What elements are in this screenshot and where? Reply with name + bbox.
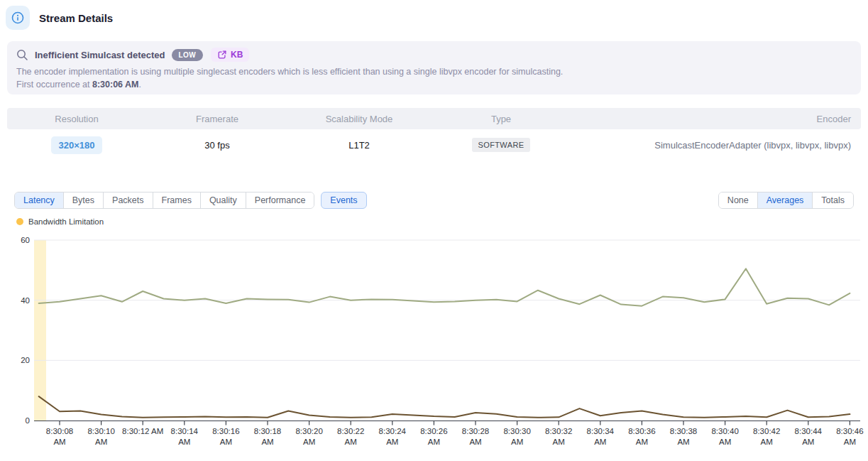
x-tick-label: AM [220, 438, 232, 446]
x-tick-label: 8:30:18 [254, 427, 281, 435]
x-tick-label: 8:30:34 [587, 427, 615, 435]
y-tick-label-60: 60 [21, 236, 30, 244]
issue-title: Inefficient Simulcast detected [35, 50, 165, 60]
encoder-value: SimulcastEncoderAdapter (libvpx, libvpx,… [654, 140, 851, 151]
encoder-type-badge: SOFTWARE [472, 138, 529, 152]
stream-info-icon-box [6, 6, 30, 30]
tab-performance[interactable]: Performance [246, 192, 314, 208]
col-header-encoder: Encoder [572, 114, 861, 124]
x-tick-label: AM [511, 438, 523, 446]
x-tick-label: 8:30:46 [836, 427, 863, 435]
scalability-mode-value: L1T2 [348, 140, 370, 151]
x-tick-label: AM [178, 438, 190, 446]
x-tick-label: AM [95, 438, 107, 446]
x-tick-label: 8:30:38 [670, 427, 697, 435]
tab-bytes[interactable]: Bytes [63, 192, 103, 208]
col-header-type: Type [430, 114, 572, 124]
x-tick-label: AM [553, 438, 565, 446]
page-header: Stream Details [6, 6, 113, 30]
series-lower-line [39, 396, 850, 418]
x-tick-label: AM [677, 438, 689, 446]
x-tick-label: AM [844, 438, 856, 446]
x-tick-label: 8:30:22 [337, 427, 364, 435]
kb-link-label: KB [231, 50, 243, 60]
x-tick-label: 8:30:32 [545, 427, 572, 435]
x-tick-label: AM [345, 438, 357, 446]
x-tick-label: 8:30:20 [295, 427, 322, 435]
x-tick-label: 8:30:24 [379, 427, 407, 435]
chart-toolbar: LatencyBytesPacketsFramesQualityPerforma… [14, 192, 854, 209]
x-tick-label: 8:30:42 [753, 427, 780, 435]
x-tick-label: 8:30:28 [462, 427, 489, 435]
col-header-framerate: Framerate [146, 114, 288, 124]
events-toggle-button[interactable]: Events [321, 192, 366, 209]
x-tick-label: AM [428, 438, 440, 446]
x-tick-label: AM [719, 438, 731, 446]
issue-alert: Inefficient Simulcast detected LOW KB Th… [7, 41, 861, 94]
tab-totals[interactable]: Totals [812, 192, 853, 208]
x-tick-label: AM [261, 438, 273, 446]
x-tick-label: AM [386, 438, 398, 446]
tab-latency[interactable]: Latency [15, 192, 63, 208]
tab-packets[interactable]: Packets [103, 192, 152, 208]
first-occurrence: First occurrence at 8:30:06 AM. [16, 80, 852, 90]
tab-quality[interactable]: Quality [200, 192, 246, 208]
bandwidth-limitation-band [34, 240, 46, 421]
resolution-badge[interactable]: 320×180 [51, 136, 103, 154]
x-tick-label: 8:30:40 [711, 427, 738, 435]
x-tick-label: 8:30:44 [795, 427, 823, 435]
x-tick-label: AM [303, 438, 315, 446]
y-tick-label-20: 20 [21, 356, 30, 364]
page-title: Stream Details [39, 12, 113, 24]
x-tick-label: AM [636, 438, 648, 446]
x-tick-label: 8:30:10 [87, 427, 114, 435]
events-chart-svg: 8:30:08AM8:30:10AM8:30:12 AM8:30:14AM8:3… [0, 234, 868, 453]
col-header-scalability-mode: Scalability Mode [288, 114, 430, 124]
col-header-resolution: Resolution [7, 114, 146, 124]
y-tick-label-40: 40 [21, 296, 30, 305]
first-occurrence-time: 8:30:06 AM [92, 80, 139, 90]
x-tick-label: 8:30:12 AM [122, 427, 163, 435]
table-row: 320×180 30 fps L1T2 SOFTWARE SimulcastEn… [7, 129, 861, 161]
metric-tab-group: LatencyBytesPacketsFramesQualityPerforma… [14, 192, 314, 209]
bandwidth-limitation-legend-dot [16, 218, 23, 225]
tab-none[interactable]: None [719, 192, 757, 208]
x-tick-label: 8:30:08 [46, 427, 73, 435]
chart-legend: Bandwidth Limitation [16, 217, 104, 226]
stream-info-table: Resolution Framerate Scalability Mode Ty… [7, 108, 861, 161]
x-tick-label: AM [53, 438, 65, 446]
aggregate-tab-group: NoneAveragesTotals [718, 192, 854, 209]
events-chart: 8:30:08AM8:30:10AM8:30:12 AM8:30:14AM8:3… [0, 234, 868, 455]
x-tick-label: AM [761, 438, 773, 446]
x-tick-label: AM [802, 438, 814, 446]
knowledge-base-link[interactable]: KB [211, 48, 249, 62]
tab-averages[interactable]: Averages [757, 192, 813, 208]
x-tick-label: AM [594, 438, 606, 446]
x-tick-label: AM [469, 438, 481, 446]
x-tick-label: 8:30:16 [212, 427, 239, 435]
x-tick-label: 8:30:14 [171, 427, 199, 435]
info-icon [10, 10, 26, 26]
x-tick-label: 8:30:36 [628, 427, 655, 435]
search-icon [16, 49, 28, 61]
external-link-icon [217, 50, 227, 60]
table-header-row: Resolution Framerate Scalability Mode Ty… [7, 108, 861, 129]
x-tick-label: 8:30:30 [503, 427, 530, 435]
bandwidth-limitation-legend-label: Bandwidth Limitation [28, 217, 104, 226]
severity-badge: LOW [172, 49, 204, 61]
x-tick-label: 8:30:26 [420, 427, 447, 435]
tab-frames[interactable]: Frames [153, 192, 200, 208]
y-tick-label-0: 0 [26, 416, 30, 425]
issue-description: The encoder implementation is using mult… [16, 67, 852, 77]
framerate-value: 30 fps [204, 140, 229, 151]
